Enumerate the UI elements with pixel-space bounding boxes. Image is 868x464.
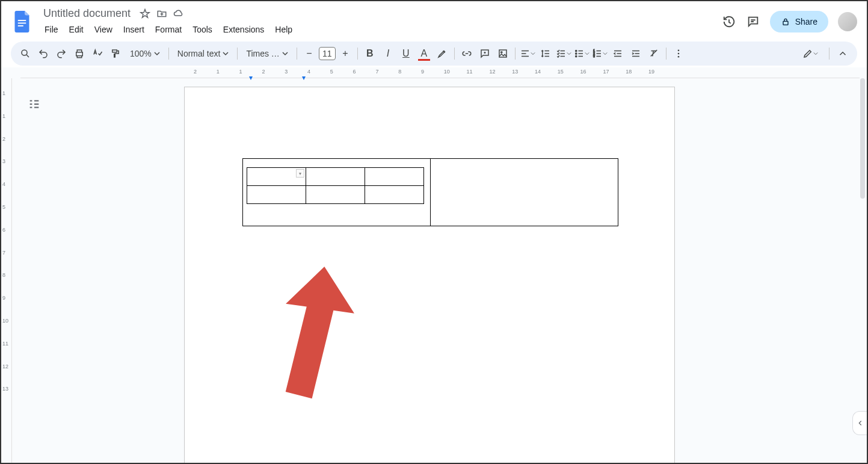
svg-rect-3 — [783, 21, 788, 25]
ruler-tick: 6 — [353, 69, 356, 75]
svg-point-10 — [576, 55, 577, 57]
insert-link-icon[interactable] — [458, 45, 475, 62]
move-icon[interactable] — [156, 8, 168, 20]
ruler-tick: 2 — [194, 69, 197, 75]
ruler-tick: 17 — [603, 69, 609, 75]
separator — [357, 48, 358, 60]
line-spacing-icon[interactable] — [537, 45, 554, 62]
clear-formatting-icon[interactable] — [645, 45, 662, 62]
bold-button[interactable]: B — [362, 45, 378, 62]
header: Untitled document File Edit View Insert … — [1, 1, 867, 37]
decrease-indent-icon[interactable] — [609, 45, 626, 62]
spellcheck-icon[interactable] — [89, 45, 106, 62]
svg-point-7 — [501, 52, 502, 53]
inner-cell-2-1[interactable] — [247, 186, 306, 204]
outer-table[interactable]: ▾ — [242, 158, 618, 226]
ruler-tick: 3 — [2, 158, 5, 164]
separator — [237, 48, 238, 60]
share-label: Share — [795, 17, 817, 26]
side-panel-toggle[interactable] — [852, 411, 867, 435]
collapse-toolbar-icon[interactable] — [834, 45, 851, 62]
italic-button[interactable]: I — [380, 45, 396, 62]
ruler-tick: 10 — [2, 318, 8, 324]
ruler-tick: 12 — [2, 363, 8, 370]
ruler-tick: 5 — [2, 204, 5, 210]
font-dropdown[interactable]: Times … — [241, 49, 292, 58]
cloud-status-icon[interactable] — [173, 8, 185, 20]
document-area[interactable]: ▾ — [20, 78, 860, 463]
separator — [454, 48, 455, 60]
cell-options-icon[interactable]: ▾ — [296, 169, 304, 178]
ruler-tick: 7 — [375, 69, 378, 75]
zoom-dropdown[interactable]: 100% — [125, 49, 165, 58]
toolbar-right — [796, 45, 851, 62]
more-icon[interactable] — [670, 45, 687, 62]
insert-image-icon[interactable] — [494, 45, 511, 62]
ruler-tick: 5 — [330, 69, 333, 75]
menu-edit[interactable]: Edit — [64, 22, 88, 37]
menu-help[interactable]: Help — [270, 22, 297, 37]
svg-point-4 — [22, 50, 27, 55]
print-icon[interactable] — [71, 45, 88, 62]
vertical-scrollbar[interactable] — [860, 78, 865, 463]
checklist-icon[interactable] — [555, 45, 572, 62]
document-title[interactable]: Untitled document — [40, 6, 134, 21]
menu-file[interactable]: File — [40, 22, 63, 37]
inner-cell-2-2[interactable] — [306, 186, 365, 204]
ruler-tick: 13 — [2, 386, 8, 392]
editing-mode-dropdown[interactable] — [796, 45, 824, 62]
svg-point-15 — [678, 53, 680, 55]
comments-icon[interactable] — [746, 14, 760, 29]
bullet-list-icon[interactable] — [573, 45, 590, 62]
paragraph-style-dropdown[interactable]: Normal text — [173, 49, 234, 58]
vertical-ruler[interactable]: 112345678910111213 — [1, 78, 12, 463]
separator — [829, 48, 830, 60]
inner-cell-2-3[interactable] — [365, 186, 424, 204]
ruler-tick: 6 — [2, 227, 5, 233]
search-icon[interactable] — [17, 45, 34, 62]
numbered-list-icon[interactable]: 123 — [591, 45, 608, 62]
menu-insert[interactable]: Insert — [119, 22, 149, 37]
outer-cell-1[interactable]: ▾ — [243, 159, 431, 226]
svg-rect-6 — [499, 50, 506, 57]
menu-tools[interactable]: Tools — [188, 22, 217, 37]
redo-icon[interactable] — [53, 45, 70, 62]
horizontal-ruler[interactable]: 2112345678910111213141516171819 ▾ ▾ — [20, 67, 860, 78]
paint-format-icon[interactable] — [107, 45, 124, 62]
page[interactable]: ▾ — [184, 87, 675, 463]
star-icon[interactable] — [139, 8, 151, 20]
ruler-tick: 2 — [262, 69, 265, 75]
menu-extensions[interactable]: Extensions — [218, 22, 269, 37]
decrease-font-size[interactable]: − — [301, 45, 318, 62]
share-button[interactable]: Share — [770, 11, 828, 32]
docs-logo-icon[interactable] — [11, 10, 35, 34]
increase-font-size[interactable]: + — [337, 45, 354, 62]
ruler-tick: 19 — [648, 69, 654, 75]
outer-cell-2[interactable] — [431, 159, 618, 226]
underline-button[interactable]: U — [398, 45, 414, 62]
separator — [297, 48, 297, 60]
inner-cell-1-3[interactable] — [365, 168, 424, 186]
ruler-tick: 9 — [2, 295, 5, 301]
svg-point-8 — [576, 50, 577, 51]
menu-format[interactable]: Format — [150, 22, 186, 37]
history-icon[interactable] — [722, 14, 736, 29]
highlight-button[interactable] — [434, 45, 451, 62]
toolbar: 100% Normal text Times … − + B I U A 123 — [11, 42, 857, 66]
align-dropdown[interactable] — [519, 45, 536, 62]
title-area: Untitled document File Edit View Insert … — [40, 6, 717, 37]
ruler-tick: 13 — [512, 69, 518, 75]
inner-table[interactable]: ▾ — [247, 167, 424, 204]
scrollbar-thumb[interactable] — [860, 78, 865, 199]
workspace: 2112345678910111213141516171819 ▾ ▾ 1123… — [1, 67, 867, 463]
increase-indent-icon[interactable] — [627, 45, 644, 62]
font-size-input[interactable] — [319, 47, 336, 60]
text-color-button[interactable]: A — [416, 45, 432, 62]
add-comment-icon[interactable] — [476, 45, 493, 62]
inner-cell-1-2[interactable] — [306, 168, 365, 186]
inner-cell-1-1[interactable]: ▾ — [247, 168, 306, 186]
account-avatar[interactable] — [838, 12, 857, 31]
menu-view[interactable]: View — [90, 22, 117, 37]
separator — [666, 48, 666, 60]
undo-icon[interactable] — [35, 45, 52, 62]
